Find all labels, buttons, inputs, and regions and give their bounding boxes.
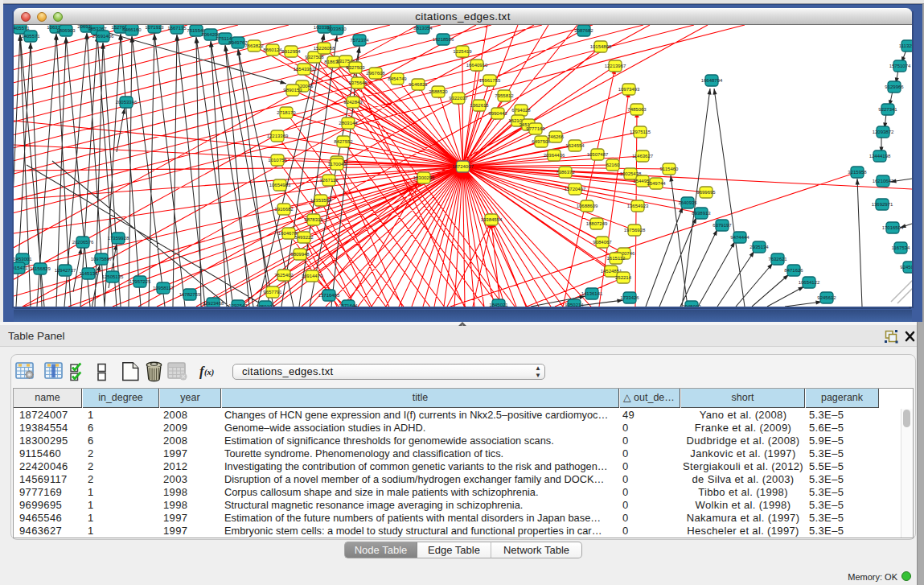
svg-text:8471626: 8471626 (784, 268, 803, 273)
svg-text:7572374: 7572374 (350, 38, 369, 43)
svg-text:15716485: 15716485 (318, 293, 340, 298)
svg-text:9474444: 9474444 (730, 235, 749, 240)
svg-text:1640935: 1640935 (678, 200, 697, 205)
svg-text:1170043: 1170043 (328, 162, 347, 167)
svg-text:16914479: 16914479 (302, 274, 323, 278)
svg-text:2945013: 2945013 (682, 304, 701, 307)
svg-text:8912954: 8912954 (281, 49, 301, 54)
svg-text:2718170: 2718170 (277, 110, 296, 115)
svg-text:14136141: 14136141 (581, 291, 603, 296)
svg-text:18300295: 18300295 (413, 175, 435, 180)
svg-text:16961755: 16961755 (479, 78, 501, 83)
svg-text:9115460: 9115460 (660, 167, 680, 171)
svg-text:6033810: 6033810 (327, 27, 347, 31)
svg-text:62160: 62160 (606, 163, 620, 167)
svg-text:10973493: 10973493 (618, 87, 640, 92)
svg-text:1845021: 1845021 (489, 303, 508, 307)
svg-text:16210643: 16210643 (873, 179, 894, 183)
svg-text:9809948: 9809948 (290, 252, 310, 257)
svg-text:17957225: 17957225 (129, 279, 151, 284)
svg-text:19384554: 19384554 (481, 217, 503, 222)
svg-text:9375645: 9375645 (348, 80, 368, 85)
svg-text:9327503: 9327503 (346, 65, 365, 70)
svg-text:3267110: 3267110 (320, 178, 339, 183)
svg-text:6990443: 6990443 (488, 111, 507, 116)
svg-text:10975887: 10975887 (91, 257, 113, 262)
svg-text:2087682: 2087682 (574, 28, 593, 33)
svg-text:8938913: 8938913 (692, 211, 711, 216)
svg-text:1292547: 1292547 (228, 303, 248, 307)
svg-text:1071913: 1071913 (145, 25, 164, 30)
svg-text:1113254: 1113254 (899, 43, 912, 48)
svg-text:1615112: 1615112 (607, 256, 626, 261)
svg-text:19756928: 19756928 (624, 228, 646, 233)
svg-text:5493222: 5493222 (294, 235, 314, 240)
svg-text:1667135: 1667135 (167, 26, 187, 31)
svg-text:7625402: 7625402 (274, 273, 294, 278)
svg-text:2450102: 2450102 (256, 304, 275, 307)
svg-text:20691406: 20691406 (92, 34, 114, 39)
svg-text:252214: 252214 (615, 275, 632, 280)
svg-text:6466160: 6466160 (122, 27, 142, 32)
svg-text:13654923: 13654923 (627, 204, 649, 208)
svg-text:1362615: 1362615 (470, 103, 489, 108)
svg-text:8813054: 8813054 (413, 26, 433, 31)
svg-text:12353594: 12353594 (310, 198, 332, 203)
svg-text:2935134: 2935134 (749, 245, 769, 249)
svg-text:12505135: 12505135 (102, 274, 124, 279)
svg-text:16648794: 16648794 (701, 78, 723, 83)
svg-text:16543362: 16543362 (294, 67, 315, 72)
svg-text:11156829: 11156829 (30, 266, 51, 271)
svg-text:10507487: 10507487 (587, 152, 609, 157)
svg-text:9915471: 9915471 (14, 266, 28, 270)
svg-text:16640910: 16640910 (466, 63, 488, 68)
svg-text:18724007: 18724007 (452, 164, 474, 169)
svg-text:12975115: 12975115 (630, 130, 651, 134)
svg-text:9890153: 9890153 (283, 88, 302, 93)
svg-text:7663822: 7663822 (244, 43, 264, 48)
svg-text:12093872: 12093872 (873, 130, 894, 134)
svg-text:17016504: 17016504 (882, 225, 904, 230)
svg-text:9129966: 9129966 (885, 84, 904, 89)
svg-text:3215958: 3215958 (848, 170, 867, 175)
svg-text:2967608: 2967608 (366, 71, 385, 76)
svg-text:10654983: 10654983 (269, 183, 291, 187)
svg-text:8660124: 8660124 (263, 47, 282, 52)
svg-text:1571644: 1571644 (339, 303, 358, 307)
svg-text:9242843: 9242843 (343, 100, 363, 105)
svg-text:(x): (x) (204, 368, 214, 377)
svg-text:1806903: 1806903 (56, 28, 76, 33)
svg-text:19218506: 19218506 (433, 37, 454, 42)
svg-text:2803144: 2803144 (339, 121, 358, 126)
svg-text:9777169: 9777169 (526, 126, 545, 131)
svg-text:1405571: 1405571 (14, 26, 30, 31)
svg-text:1167534: 1167534 (892, 245, 911, 250)
svg-text:12213967: 12213967 (605, 64, 626, 68)
svg-text:12213369: 12213369 (267, 134, 289, 138)
svg-text:8454749: 8454749 (388, 76, 407, 81)
svg-text:1405571: 1405571 (21, 34, 40, 39)
svg-text:12942737: 12942737 (55, 268, 76, 273)
svg-text:10688609: 10688609 (577, 204, 598, 208)
svg-text:7632621: 7632621 (768, 257, 787, 262)
svg-text:6379197: 6379197 (713, 223, 732, 228)
svg-text:9657791: 9657791 (263, 290, 282, 295)
svg-text:1549744: 1549744 (647, 181, 666, 186)
svg-text:12444198: 12444198 (869, 154, 891, 159)
svg-text:16782759: 16782759 (179, 292, 201, 297)
svg-text:1145134: 1145134 (80, 271, 99, 276)
svg-text:9699695: 9699695 (696, 190, 716, 195)
svg-text:2588520: 2588520 (429, 89, 448, 94)
svg-text:20053346: 20053346 (116, 100, 138, 105)
svg-text:9245033: 9245033 (900, 265, 912, 270)
svg-text:1624554: 1624554 (565, 143, 585, 148)
svg-text:13692971: 13692971 (872, 202, 893, 207)
svg-text:10654122: 10654122 (799, 280, 820, 285)
svg-text:9227341: 9227341 (878, 107, 897, 112)
svg-text:17359928: 17359928 (108, 236, 129, 241)
svg-text:18807249: 18807249 (586, 221, 608, 226)
svg-text:15751074: 15751074 (889, 64, 911, 68)
svg-text:20206576: 20206576 (72, 240, 94, 245)
svg-text:9245612: 9245612 (817, 295, 836, 300)
svg-text:12923468: 12923468 (203, 301, 224, 306)
